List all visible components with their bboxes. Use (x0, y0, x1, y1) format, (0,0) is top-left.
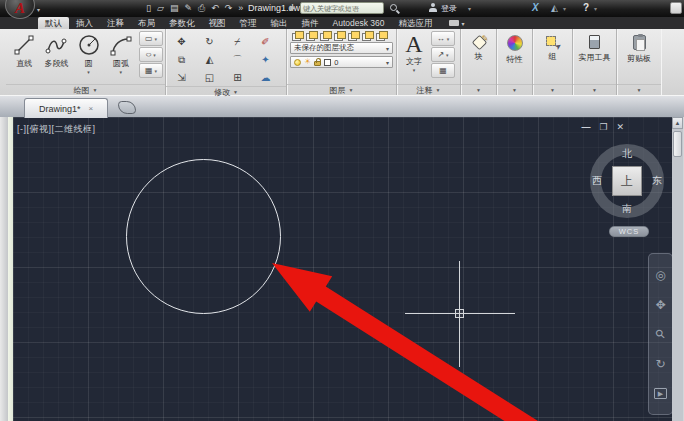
autodesk-360-caret-icon[interactable]: ▾ (563, 5, 566, 12)
text-caret-icon[interactable]: ▾ (413, 67, 416, 73)
modify-panel-title[interactable]: 修改 ▼ (166, 86, 286, 97)
circle-button[interactable]: 圆 ▾ (73, 31, 105, 75)
block-flyout-icon[interactable]: ▼ (476, 87, 481, 93)
layer-properties-icon[interactable] (292, 31, 302, 40)
layer-color-swatch[interactable] (324, 59, 331, 66)
viewcube-top-face[interactable]: 上 (612, 166, 642, 196)
minimize-icon[interactable]: — (581, 122, 590, 132)
draw-panel-title[interactable]: 绘图 ▼ (6, 84, 165, 95)
app-menu-button[interactable]: A (5, 0, 35, 19)
stretch-button[interactable]: ⇲ (168, 69, 195, 86)
new-file-icon[interactable]: ▯ (146, 2, 151, 14)
qat-more-icon[interactable]: » (238, 2, 243, 14)
leader-button[interactable]: ↗▾ (431, 47, 455, 62)
window-button-partial[interactable] (670, 2, 682, 14)
tab-plugins[interactable]: 插件 (295, 17, 326, 29)
utilities-button[interactable]: 实用工具 (575, 31, 614, 63)
viewcube-west[interactable]: 西 (587, 174, 607, 188)
annotation-panel-title[interactable]: 注释 ▼ (397, 84, 460, 95)
text-button[interactable]: A 文字 ▾ (399, 31, 429, 73)
app-menu-caret-icon[interactable]: ▾ (37, 6, 40, 13)
tab-manage[interactable]: 管理 (233, 17, 264, 29)
ribbon-minimize-button[interactable]: ▾ (449, 17, 464, 29)
restore-icon[interactable]: ❐ (599, 122, 607, 132)
help-button[interactable]: ? (583, 2, 589, 13)
array-button[interactable]: ⊞ (224, 69, 251, 86)
file-tab-close-icon[interactable]: × (88, 104, 93, 113)
undo-icon[interactable]: ↶ (211, 2, 219, 14)
block-panel-title[interactable]: ▼ (461, 84, 496, 95)
utilities-panel-title[interactable]: ▼ (573, 84, 616, 95)
utilities-flyout-icon[interactable]: ▼ (592, 87, 597, 93)
group-button[interactable]: 组 (535, 31, 570, 62)
layers-panel-title[interactable]: 图层 ▼ (287, 84, 396, 95)
insert-block-button[interactable]: 块 (463, 31, 494, 62)
draw-flyout-icon[interactable]: ▼ (93, 87, 98, 93)
move-button[interactable]: ✥ (168, 33, 195, 50)
drawing-canvas[interactable]: [-][俯视][二维线框] — ❐ ✕ 北 西 东 南 上 WCS ◎ ✥ ⚲ … (13, 117, 672, 421)
explode-button[interactable]: ✦ (252, 51, 279, 68)
layer-thaw-icon[interactable]: ☀ (304, 58, 311, 66)
tab-annotate[interactable]: 注释 (100, 17, 131, 29)
sign-in-caret-icon[interactable]: ▾ (468, 5, 471, 12)
hatch-caret-icon[interactable]: ▾ (155, 68, 158, 74)
exchange-apps-icon[interactable]: X (532, 2, 539, 13)
layer-state-dropdown[interactable]: 未保存的图层状态 ▾ (290, 42, 393, 54)
close-icon[interactable]: ✕ (616, 122, 624, 132)
properties-flyout-icon[interactable]: ▼ (512, 87, 517, 93)
properties-panel-title[interactable]: ▼ (497, 84, 532, 95)
modify-flyout-icon[interactable]: ▼ (233, 89, 238, 95)
title-flyout-icon[interactable]: ▶ (290, 4, 295, 12)
redo-icon[interactable]: ↷ (225, 2, 233, 14)
file-tab-drawing1[interactable]: Drawing1* × (24, 98, 108, 118)
viewcube-east[interactable]: 东 (647, 174, 667, 188)
scroll-up-button[interactable]: ▲ (672, 117, 683, 129)
tab-insert[interactable]: 插入 (69, 17, 100, 29)
rectangle-button[interactable]: ▭▾ (139, 31, 163, 46)
dimension-caret-icon[interactable]: ▾ (447, 36, 450, 42)
rectangle-caret-icon[interactable]: ▾ (155, 36, 158, 42)
viewcube-north[interactable]: 北 (617, 147, 637, 161)
layer-match-icon[interactable] (362, 31, 372, 40)
tab-default[interactable]: 默认 (38, 17, 69, 29)
vertical-scrollbar[interactable]: ▲ (672, 117, 683, 421)
layer-lock-icon[interactable] (348, 31, 358, 40)
orbit-icon[interactable]: ↻ (655, 358, 665, 370)
revision-cloud-button[interactable]: ☁ (252, 69, 279, 86)
open-file-icon[interactable]: ▱ (157, 2, 164, 14)
trim-button[interactable]: ⌿ (224, 33, 251, 50)
layer-freeze-icon[interactable] (334, 31, 344, 40)
group-panel-title[interactable]: ▼ (533, 84, 572, 95)
wcs-dropdown[interactable]: WCS (609, 226, 649, 237)
scale-button[interactable]: ◱ (196, 69, 223, 86)
clipboard-flyout-icon[interactable]: ▼ (637, 87, 642, 93)
rotate-button[interactable]: ↻ (196, 33, 223, 50)
mirror-button[interactable]: ◭ (196, 51, 223, 68)
tab-output[interactable]: 输出 (264, 17, 295, 29)
tab-parametric[interactable]: 参数化 (162, 17, 202, 29)
clipboard-button[interactable]: 剪贴板 (619, 31, 659, 64)
table-button[interactable]: ▦ (431, 63, 455, 78)
search-icon[interactable] (390, 4, 397, 11)
tab-view[interactable]: 视图 (202, 17, 233, 29)
properties-button[interactable]: 特性 (499, 31, 530, 65)
polyline-button[interactable]: 多段线 (40, 31, 72, 69)
plot-icon[interactable]: ⎙ (198, 2, 205, 14)
tab-layout[interactable]: 布局 (131, 17, 162, 29)
leader-caret-icon[interactable]: ▾ (446, 52, 449, 58)
search-input[interactable]: 键入关键字或短语 (300, 2, 384, 14)
viewport-controls[interactable]: [-][俯视][二维线框] (17, 123, 96, 136)
fillet-button[interactable]: ⌒ (224, 51, 251, 68)
autodesk-360-icon[interactable]: ◭ (551, 3, 558, 13)
drawn-circle[interactable] (126, 159, 281, 314)
save-icon[interactable]: ▤ (170, 2, 179, 14)
ellipse-caret-icon[interactable]: ▾ (153, 52, 156, 58)
layer-unlock-icon[interactable] (314, 61, 321, 66)
group-flyout-icon[interactable]: ▼ (550, 87, 555, 93)
pan-icon[interactable]: ✥ (655, 299, 665, 311)
help-caret-icon[interactable]: ▾ (594, 5, 597, 12)
layers-flyout-icon[interactable]: ▼ (349, 87, 354, 93)
zoom-extents-icon[interactable]: ⚲ (653, 327, 668, 342)
layer-off-icon[interactable] (306, 31, 316, 40)
save-as-icon[interactable]: ✎ (184, 2, 192, 14)
